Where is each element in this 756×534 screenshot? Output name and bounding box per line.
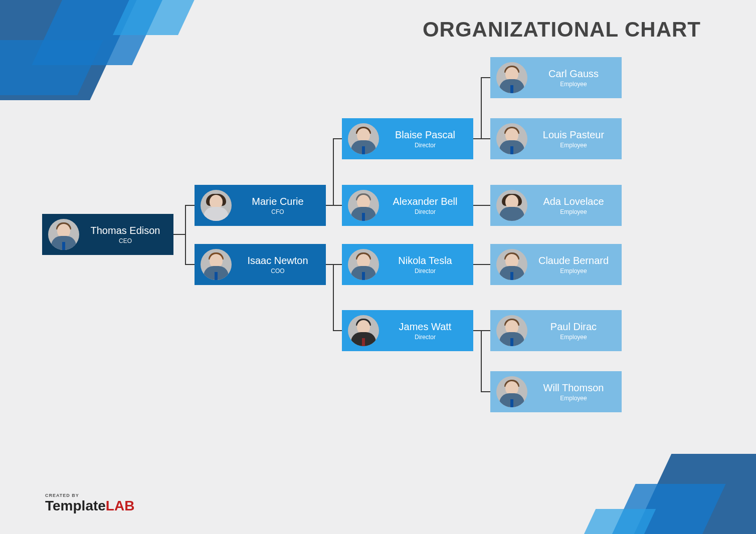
avatar-icon xyxy=(496,123,527,154)
brand-name-part: A xyxy=(114,498,124,513)
brand-name-part: B xyxy=(124,498,134,513)
person-name: Claude Bernard xyxy=(532,255,615,266)
person-name: Louis Pasteur xyxy=(532,129,615,141)
avatar-icon xyxy=(348,315,379,346)
person-role: COO xyxy=(237,268,319,275)
corner-decor-top-left xyxy=(0,0,231,140)
person-name: Isaac Newton xyxy=(237,255,319,266)
org-card-director: Alexander BellDirector xyxy=(342,185,473,226)
person-name: Blaise Pascal xyxy=(384,129,466,141)
page-title: ORGANIZATIONAL CHART xyxy=(423,18,701,42)
person-role: Employee xyxy=(532,208,615,215)
person-role: Employee xyxy=(532,268,615,275)
person-role: Employee xyxy=(532,334,615,341)
brand-name-part: Template xyxy=(45,498,106,513)
avatar-icon xyxy=(496,62,527,93)
org-card-employee: Carl GaussEmployee xyxy=(490,57,622,98)
avatar-icon xyxy=(496,376,527,407)
avatar-icon xyxy=(496,249,527,280)
org-card-cfo: Marie Curie CFO xyxy=(195,185,326,226)
avatar-icon xyxy=(201,190,232,221)
person-role: Director xyxy=(384,142,466,149)
person-role: Employee xyxy=(532,395,615,402)
person-role: CEO xyxy=(84,237,166,244)
person-name: Alexander Bell xyxy=(384,196,466,207)
avatar-icon xyxy=(48,219,79,250)
person-name: James Watt xyxy=(384,321,466,333)
person-role: Director xyxy=(384,334,466,341)
org-card-ceo: Thomas Edison CEO xyxy=(42,214,173,255)
avatar-icon xyxy=(348,123,379,154)
person-name: Carl Gauss xyxy=(532,68,615,80)
avatar-icon xyxy=(348,190,379,221)
person-role: Employee xyxy=(532,142,615,149)
org-card-director: Blaise PascalDirector xyxy=(342,118,473,159)
brand-created-by: CREATED BY xyxy=(45,493,134,498)
org-card-employee: Paul DiracEmployee xyxy=(490,310,622,351)
person-name: Nikola Tesla xyxy=(384,255,466,266)
org-card-employee: Louis PasteurEmployee xyxy=(490,118,622,159)
avatar-icon xyxy=(496,190,527,221)
org-card-employee: Ada LovelaceEmployee xyxy=(490,185,622,226)
person-name: Marie Curie xyxy=(237,196,319,207)
person-name: Paul Dirac xyxy=(532,321,615,333)
person-name: Will Thomson xyxy=(532,382,615,394)
person-name: Thomas Edison xyxy=(84,225,166,236)
org-card-director: James WattDirector xyxy=(342,310,473,351)
org-card-employee: Will ThomsonEmployee xyxy=(490,371,622,412)
org-card-director: Nikola TeslaDirector xyxy=(342,244,473,285)
person-role: Director xyxy=(384,268,466,275)
brand-logo: CREATED BY TemplateLAB xyxy=(45,493,134,514)
person-role: Employee xyxy=(532,81,615,88)
avatar-icon xyxy=(348,249,379,280)
corner-decor-bottom-right xyxy=(576,434,756,534)
person-name: Ada Lovelace xyxy=(532,196,615,207)
org-card-coo: Isaac Newton COO xyxy=(195,244,326,285)
person-role: Director xyxy=(384,208,466,215)
avatar-icon xyxy=(201,249,232,280)
org-card-employee: Claude BernardEmployee xyxy=(490,244,622,285)
brand-name-part: L xyxy=(106,498,114,513)
avatar-icon xyxy=(496,315,527,346)
person-role: CFO xyxy=(237,208,319,215)
